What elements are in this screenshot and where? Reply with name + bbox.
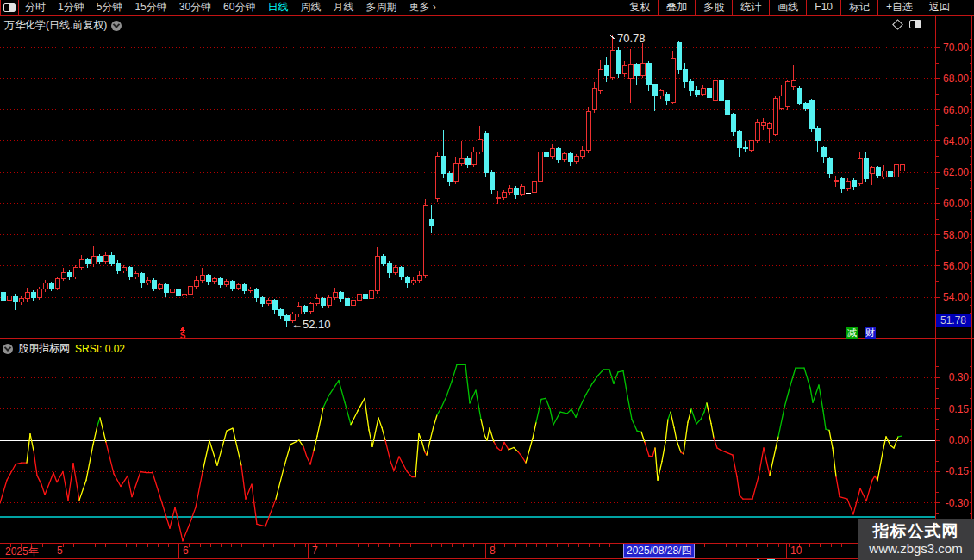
stock-title-row: 万华化学(日线.前复权) bbox=[4, 18, 122, 33]
event-badge-cai[interactable]: 财 bbox=[865, 327, 876, 339]
tools-menu-item-8[interactable]: 返回 bbox=[921, 0, 958, 15]
month-label: 6 bbox=[183, 544, 189, 557]
srsi-axis-label: 0.00 bbox=[937, 434, 969, 446]
period-menu-item-10[interactable]: 更多 › bbox=[403, 0, 441, 15]
period-menu-item-3[interactable]: 15分钟 bbox=[128, 0, 172, 15]
tools-menu-item-0[interactable]: 复权 bbox=[621, 0, 658, 15]
price-axis-label: 54.00 bbox=[937, 291, 969, 303]
pane-corner-icons bbox=[894, 20, 921, 28]
price-axis-label: 64.00 bbox=[937, 135, 969, 147]
period-menu-item-9[interactable]: 多周期 bbox=[359, 0, 403, 15]
tools-menu: 复权叠加多股统计画线F10标记+自选返回 bbox=[621, 0, 958, 15]
watermark: 指标公式网 www.zbgs3.com bbox=[858, 519, 974, 560]
indicator-source-label: 股朋指标网 bbox=[18, 341, 70, 356]
price-axis-label: 62.00 bbox=[937, 166, 969, 178]
tools-menu-item-4[interactable]: 画线 bbox=[769, 0, 806, 15]
panel-layout-icon bbox=[3, 3, 16, 12]
watermark-url: www.zbgs3.com bbox=[869, 541, 962, 557]
period-menu-item-5[interactable]: 60分钟 bbox=[217, 0, 261, 15]
chevron-down-icon[interactable] bbox=[111, 21, 122, 31]
tools-menu-item-3[interactable]: 统计 bbox=[732, 0, 769, 15]
month-label: 7 bbox=[312, 544, 318, 557]
tools-menu-item-2[interactable]: 多股 bbox=[695, 0, 732, 15]
watermark-title: 指标公式网 bbox=[873, 522, 959, 541]
indicator-header: 股朋指标网 SRSI: 0.02 bbox=[3, 341, 125, 356]
tools-menu-item-5[interactable]: F10 bbox=[806, 0, 840, 15]
event-badge-jian[interactable]: 减 bbox=[846, 327, 858, 339]
price-axis-label: 68.00 bbox=[937, 72, 969, 84]
srsi-axis-label: -0.15 bbox=[937, 465, 969, 477]
price-axis-label: 56.00 bbox=[937, 260, 969, 272]
tools-menu-item-7[interactable]: +自选 bbox=[877, 0, 921, 15]
stock-title: 万华化学(日线.前复权) bbox=[4, 18, 107, 33]
year-label: 2025年 bbox=[5, 544, 39, 559]
price-axis-label: 58.00 bbox=[937, 229, 969, 241]
period-menu-item-2[interactable]: 5分钟 bbox=[91, 0, 129, 15]
layout-toggle-button[interactable] bbox=[0, 0, 19, 16]
month-label: 8 bbox=[490, 544, 496, 557]
price-axis-label: 66.00 bbox=[937, 104, 969, 116]
period-menu-item-1[interactable]: 1分钟 bbox=[52, 0, 91, 15]
top-menu-bar: 分时1分钟5分钟15分钟30分钟60分钟日线周线月线多周期更多 › 复权叠加多股… bbox=[0, 0, 974, 16]
month-label: 5 bbox=[57, 544, 63, 557]
period-menu-item-4[interactable]: 30分钟 bbox=[173, 0, 217, 15]
axis-labels-layer: 70.0068.0066.0064.0062.0060.0058.0056.00… bbox=[0, 0, 974, 560]
tools-menu-item-1[interactable]: 叠加 bbox=[658, 0, 695, 15]
srsi-axis-label: 0.15 bbox=[937, 403, 969, 415]
price-axis-label: 70.00 bbox=[937, 41, 969, 53]
period-menu-item-7[interactable]: 周线 bbox=[294, 0, 327, 15]
price-axis-label: 60.00 bbox=[937, 197, 969, 209]
period-menu: 分时1分钟5分钟15分钟30分钟60分钟日线周线月线多周期更多 › bbox=[19, 0, 442, 15]
srsi-axis-label: 0.30 bbox=[937, 371, 969, 383]
period-menu-item-6[interactable]: 日线 bbox=[261, 0, 294, 15]
period-menu-item-8[interactable]: 月线 bbox=[327, 0, 359, 15]
price-min-badge: 51.78 bbox=[936, 314, 971, 327]
indicator-value-label: SRSI: 0.02 bbox=[75, 343, 125, 355]
diamond-icon[interactable] bbox=[892, 19, 903, 30]
panel-layout-icon[interactable] bbox=[909, 20, 921, 28]
srsi-axis-label: -0.30 bbox=[937, 497, 969, 509]
app-root: 分时1分钟5分钟15分钟30分钟60分钟日线周线月线多周期更多 › 复权叠加多股… bbox=[0, 0, 974, 560]
tools-menu-item-6[interactable]: 标记 bbox=[840, 0, 877, 15]
month-label: 10 bbox=[790, 544, 802, 557]
selected-date-badge: 2025/08/28/四 bbox=[623, 544, 695, 558]
period-menu-item-0[interactable]: 分时 bbox=[19, 0, 52, 15]
chevron-down-icon[interactable] bbox=[3, 344, 13, 354]
